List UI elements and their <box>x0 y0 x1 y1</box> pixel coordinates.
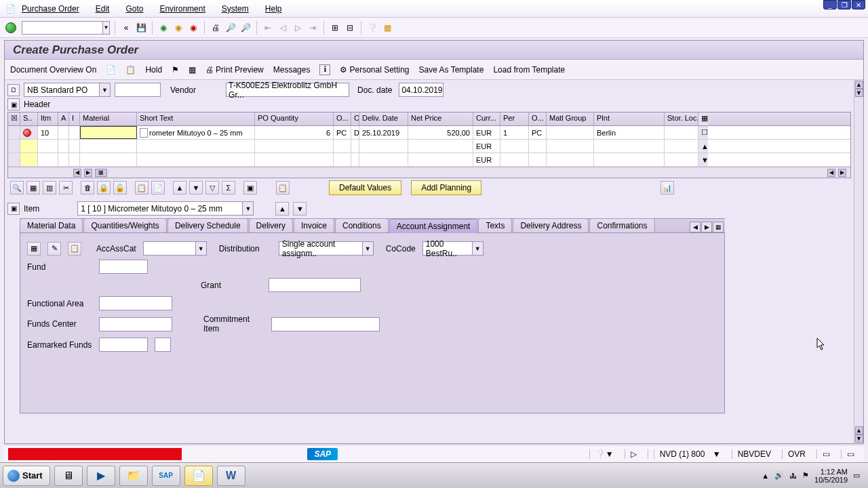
default-values-button[interactable]: Default Values <box>329 180 401 195</box>
fundscenter-input[interactable] <box>99 317 172 331</box>
messages-button[interactable]: Messages <box>273 65 311 75</box>
col-po-qty[interactable]: PO Quantity <box>255 113 334 125</box>
col-oun[interactable]: O... <box>334 113 351 125</box>
tray-show-desktop[interactable]: ▭ <box>853 471 860 480</box>
distribution-select[interactable]: Single account assignm.. <box>279 241 363 256</box>
detail-icon[interactable]: 🔍 <box>10 181 24 195</box>
doc-type-select[interactable]: NB Standard PO <box>24 83 100 97</box>
aa-copy-icon[interactable]: 📋 <box>68 242 81 256</box>
accasscat-select[interactable] <box>143 241 196 256</box>
tb-sap-session[interactable]: 📄 <box>184 466 213 486</box>
col-short-text[interactable]: Short Text <box>137 113 255 125</box>
other-po-icon[interactable]: 📋 <box>125 65 136 75</box>
menu-system[interactable]: System <box>222 4 249 14</box>
commitment-input[interactable] <box>271 317 380 331</box>
item-collapse-icon[interactable]: ▣ <box>7 203 20 215</box>
menu-edit[interactable]: Edit <box>96 4 110 14</box>
check-icon[interactable]: ⚑ <box>172 65 179 75</box>
save-icon[interactable]: 💾 <box>135 22 147 34</box>
tb-files[interactable]: 📁 <box>119 466 148 486</box>
paste-icon[interactable]: 📄 <box>151 181 165 195</box>
po-number-input[interactable] <box>115 83 161 97</box>
prev-page-icon[interactable]: ◁ <box>277 22 289 34</box>
tab-delivery-address[interactable]: Delivery Address <box>513 218 589 232</box>
col-curr[interactable]: Curr... <box>473 113 500 125</box>
status-icon1[interactable]: ▭ <box>816 449 835 459</box>
expand-icon[interactable]: ▣ <box>243 181 257 195</box>
back-icon[interactable]: « <box>120 22 132 34</box>
copy-icon[interactable]: 📋 <box>135 181 149 195</box>
tb-word[interactable]: W <box>217 466 245 486</box>
tab-invoice[interactable]: Invoice <box>294 218 334 232</box>
create-icon[interactable]: 📄 <box>106 65 116 75</box>
header-expand-icon[interactable]: ▣ <box>7 98 20 110</box>
item-down-icon[interactable]: ▼ <box>293 202 307 216</box>
menu-goto[interactable]: Goto <box>125 4 143 14</box>
col-status[interactable]: S.. <box>20 113 38 125</box>
minimize-button[interactable]: _ <box>823 0 837 9</box>
cocode-select[interactable]: 1000 BestRu.. <box>422 241 473 256</box>
tab-quantities[interactable]: Quantities/Weights <box>83 218 167 232</box>
earmarked-item-input[interactable] <box>155 338 171 352</box>
item-select[interactable]: 1 [ 10 ] Micrometer Mitutoyo 0 – 25 mm <box>77 201 243 216</box>
col-config-icon[interactable]: ▦ <box>698 113 708 125</box>
sum-icon[interactable]: Σ <box>222 181 235 195</box>
col-i[interactable]: I <box>69 113 80 125</box>
tray-network-icon[interactable]: 🖧 <box>789 472 797 480</box>
layout2-icon[interactable]: 📋 <box>276 181 290 195</box>
table-row[interactable]: EUR ▲ <box>8 140 850 153</box>
col-material[interactable]: Material <box>80 113 137 125</box>
tb-powershell[interactable]: ▶ <box>87 466 115 486</box>
col-itm[interactable]: Itm <box>38 113 58 125</box>
docdate-input[interactable]: 04.10.2019 <box>399 83 443 97</box>
grid-h-scroll[interactable]: ◀▶▦ ◀▶ <box>8 167 850 178</box>
tab-account-assignment[interactable]: Account Assignment <box>389 219 478 233</box>
find-next-icon[interactable]: 🔎 <box>239 22 252 34</box>
tray-clock[interactable]: 1:12 AM10/5/2019 <box>814 468 848 484</box>
exit-icon[interactable]: ◉ <box>172 22 184 34</box>
table-row[interactable]: 10 rometer Mitutoyo 0 – 25 mm 6 PC D 25.… <box>8 126 850 140</box>
vendor-input[interactable]: T-K500E25 Elektroblitz GmbH Gr... <box>226 83 349 97</box>
print-icon[interactable]: 🖨 <box>210 22 222 34</box>
deselect-icon[interactable]: ▥ <box>43 181 56 195</box>
tb-sap[interactable]: SAP <box>152 466 180 486</box>
menu-help[interactable]: Help <box>265 4 282 14</box>
next-page-icon[interactable]: ▷ <box>292 22 304 34</box>
menu-purchase-order[interactable]: Purchase Order <box>22 4 79 14</box>
tray-show-hidden-icon[interactable]: ▲ <box>762 472 769 480</box>
tab-texts[interactable]: Texts <box>478 218 512 232</box>
aa-display-icon[interactable]: ▦ <box>27 242 41 256</box>
col-c[interactable]: C <box>351 113 359 125</box>
tab-confirmations[interactable]: Confirmations <box>589 218 654 232</box>
command-dd[interactable]: ▼ <box>103 21 110 35</box>
item-up-icon[interactable]: ▲ <box>275 202 289 216</box>
col-a[interactable]: A <box>58 113 69 125</box>
tab-delivery-schedule[interactable]: Delivery Schedule <box>167 218 248 232</box>
cut-icon[interactable]: ✂ <box>59 181 73 195</box>
shortcut-icon[interactable]: ⊟ <box>344 22 356 34</box>
sort-desc-icon[interactable]: ▼ <box>189 181 203 195</box>
tb-explorer[interactable]: 🖥 <box>54 466 83 486</box>
find-icon[interactable]: 🔎 <box>224 22 237 34</box>
select-all-icon[interactable]: ▦ <box>26 181 40 195</box>
load-template-button[interactable]: Load from Template <box>493 65 565 75</box>
tab-delivery[interactable]: Delivery <box>249 218 293 232</box>
info-icon[interactable]: i <box>319 64 330 75</box>
print-preview-button[interactable]: 🖨Print Preview <box>205 65 264 75</box>
services-icon[interactable]: 📊 <box>660 181 674 195</box>
table-row[interactable]: EUR ▼ <box>8 153 850 167</box>
row-select-icon[interactable]: ☐ <box>701 128 708 137</box>
col-net-price[interactable]: Net Price <box>408 113 473 125</box>
first-page-icon[interactable]: ⇤ <box>262 22 274 34</box>
doc-type-dd[interactable]: ▼ <box>100 83 111 97</box>
env-icon[interactable]: ▦ <box>189 65 196 75</box>
filter-icon[interactable]: ▽ <box>205 181 219 195</box>
item-dd[interactable]: ▼ <box>243 201 254 216</box>
enter-icon[interactable] <box>5 22 16 33</box>
col-select[interactable]: ☒ <box>8 113 20 125</box>
layout-icon[interactable]: ▦ <box>381 22 393 34</box>
addl-planning-button[interactable]: Addl Planning <box>411 180 481 195</box>
tray-volume-icon[interactable]: 🔊 <box>774 471 784 480</box>
start-button[interactable]: Start <box>3 466 50 486</box>
aa-edit-icon[interactable]: ✎ <box>47 242 61 256</box>
